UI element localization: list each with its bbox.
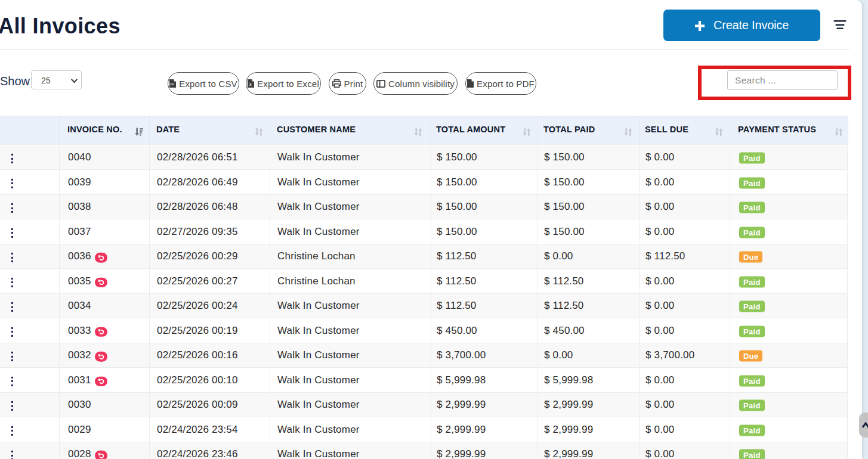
svg-text:x: x <box>249 82 252 86</box>
svg-text:CSV: CSV <box>170 83 175 86</box>
